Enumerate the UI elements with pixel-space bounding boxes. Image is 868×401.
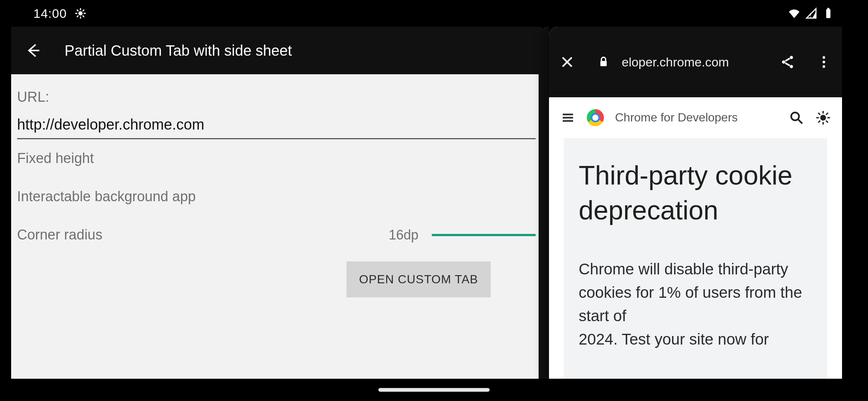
svg-text:!: !	[810, 12, 812, 19]
background-app-pane: Partial Custom Tab with side sheet URL: …	[11, 27, 542, 379]
hamburger-menu-icon[interactable]	[560, 110, 576, 125]
status-bar: 14:00 !	[11, 0, 857, 27]
article-body-cut: 2024. Test your site now for	[579, 327, 812, 351]
overflow-menu-icon[interactable]	[816, 54, 832, 70]
svg-point-12	[820, 115, 826, 121]
back-button[interactable]	[20, 37, 47, 64]
svg-point-0	[78, 11, 82, 15]
svg-point-9	[823, 61, 825, 63]
app-title: Partial Custom Tab with side sheet	[65, 42, 292, 59]
site-brand[interactable]: Chrome for Developers	[615, 111, 738, 124]
svg-point-11	[791, 113, 799, 120]
url-label: URL:	[17, 89, 536, 105]
wifi-icon	[788, 7, 800, 20]
article-body: Chrome will disable third-party cookies …	[579, 257, 812, 327]
custom-tab-host[interactable]: eloper.chrome.com	[622, 55, 729, 69]
article-card: Third-party cookie deprecation Chrome wi…	[564, 138, 827, 379]
corner-radius-slider[interactable]	[432, 234, 536, 236]
search-icon[interactable]	[789, 110, 804, 125]
custom-tab-toolbar: eloper.chrome.com	[549, 27, 842, 97]
gesture-handle[interactable]	[378, 388, 490, 392]
side-sheet-drag-edge[interactable]	[539, 27, 549, 379]
svg-point-10	[823, 65, 825, 68]
svg-point-6	[782, 61, 785, 64]
svg-point-7	[790, 65, 793, 68]
custom-tab-side-sheet: eloper.chrome.com Chrome for Developers	[549, 27, 842, 379]
svg-point-8	[823, 56, 825, 59]
lock-icon	[596, 54, 611, 70]
gesture-nav-bar	[0, 379, 868, 401]
cell-signal-icon: !	[805, 7, 818, 20]
interactable-background-option[interactable]: Interactable background app	[17, 189, 196, 205]
close-icon[interactable]	[559, 54, 575, 70]
status-clock: 14:00	[33, 6, 67, 21]
open-custom-tab-button[interactable]: OPEN CUSTOM TAB	[346, 261, 491, 297]
svg-rect-2	[826, 9, 830, 18]
svg-point-5	[790, 56, 793, 59]
theme-toggle-icon[interactable]	[815, 110, 831, 125]
url-input[interactable]	[17, 114, 536, 139]
corner-radius-label: Corner radius	[17, 227, 102, 243]
chrome-logo-icon	[587, 109, 604, 126]
corner-radius-value: 16dp	[389, 227, 418, 243]
app-bar: Partial Custom Tab with side sheet	[11, 27, 542, 74]
svg-rect-4	[601, 61, 607, 66]
article-title: Third-party cookie deprecation	[579, 158, 812, 228]
fixed-height-option[interactable]: Fixed height	[17, 150, 94, 166]
site-header: Chrome for Developers	[549, 97, 842, 138]
battery-icon	[822, 7, 835, 20]
share-icon[interactable]	[780, 54, 795, 70]
gear-icon	[74, 7, 87, 20]
svg-rect-3	[827, 8, 829, 9]
